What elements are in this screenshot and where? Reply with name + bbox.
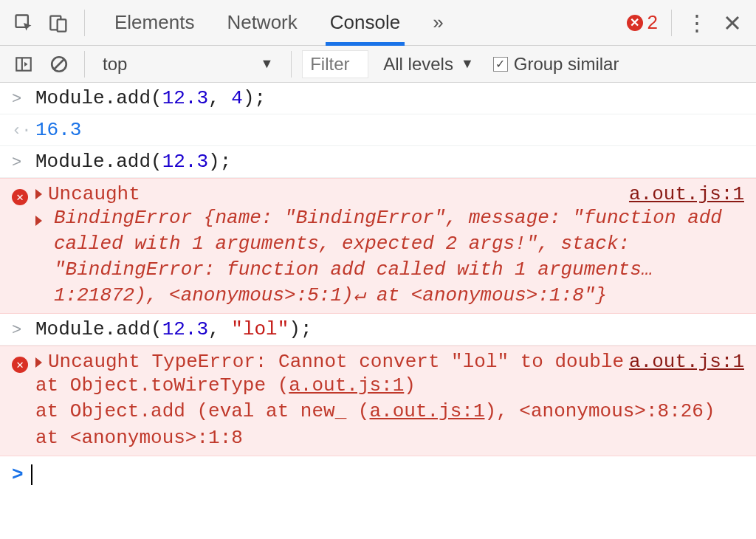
chevron-down-icon: ▼ [260, 56, 273, 72]
separator [84, 51, 85, 78]
error-gutter: ✕ [12, 351, 28, 373]
input-caret-icon: > [12, 87, 28, 109]
inspect-icon[interactable] [9, 8, 38, 38]
console-row: >Module.add(12.3, "lol"); [0, 314, 756, 346]
input-expression: Module.add(12.3, "lol"); [35, 318, 744, 340]
svg-rect-2 [58, 19, 66, 31]
error-count-badge[interactable]: ✕ 2 [627, 11, 661, 34]
devtools-toolbar: Elements Network Console » ✕ 2 ⋮ [0, 0, 756, 46]
sidebar-toggle-icon[interactable] [9, 49, 38, 79]
group-similar-toggle[interactable]: Group similar [493, 54, 619, 75]
console-input[interactable] [31, 464, 32, 485]
input-expression: Module.add(12.3, 4); [35, 87, 744, 109]
filter-input[interactable]: Filter [302, 50, 368, 78]
expand-triangle-icon[interactable] [35, 357, 42, 368]
error-object: BindingError {name: "BindingError", mess… [54, 205, 744, 309]
error-count: 2 [647, 11, 658, 34]
expand-triangle-icon[interactable] [35, 189, 42, 199]
group-similar-label: Group similar [514, 54, 619, 75]
context-selector-label: top [103, 54, 127, 75]
error-icon: ✕ [627, 15, 643, 31]
console-row: ‹·16.3 [0, 114, 756, 146]
log-levels-label: All levels [383, 54, 453, 75]
clear-console-icon[interactable] [44, 49, 74, 79]
console-row: >Module.add(12.3, 4); [0, 83, 756, 114]
input-caret-icon: > [12, 318, 28, 340]
device-toggle-icon[interactable] [44, 8, 74, 38]
result-value: 16.3 [35, 119, 81, 141]
chevron-down-icon: ▼ [461, 56, 474, 72]
error-icon: ✕ [12, 357, 28, 373]
console-row: ✕Uncaught TypeError: Cannot convert "lol… [0, 346, 756, 456]
source-link[interactable]: a.out.js:1 [369, 400, 484, 422]
tab-elements[interactable]: Elements [113, 0, 196, 45]
error-heading: Uncaught [48, 183, 140, 205]
checkbox-icon [493, 57, 508, 72]
source-link[interactable]: a.out.js:1 [629, 351, 744, 373]
context-selector[interactable]: top ▼ [95, 52, 281, 76]
source-link[interactable]: a.out.js:1 [629, 183, 744, 205]
console-toolbar: top ▼ Filter All levels ▼ Group similar [0, 46, 756, 83]
error-gutter: ✕ [12, 183, 28, 205]
source-link[interactable]: a.out.js:1 [289, 374, 404, 396]
error-stack: at Object.toWireType (a.out.js:1) at Obj… [35, 373, 744, 450]
separator [84, 10, 85, 36]
error-icon: ✕ [12, 189, 28, 205]
tab-console[interactable]: Console [329, 0, 402, 45]
prompt-caret-icon: > [12, 464, 24, 486]
console-prompt[interactable]: > [0, 456, 756, 493]
error-heading: Uncaught TypeError: Cannot convert "lol"… [48, 351, 624, 373]
expand-triangle-icon[interactable] [35, 216, 42, 226]
tabs-overflow[interactable]: » [431, 0, 444, 45]
kebab-menu-icon[interactable]: ⋮ [682, 8, 712, 38]
console-output: >Module.add(12.3, 4);‹·16.3>Module.add(1… [0, 83, 756, 456]
result-caret-icon: ‹· [12, 119, 28, 140]
separator [291, 51, 292, 78]
input-caret-icon: > [12, 151, 28, 172]
close-icon[interactable] [718, 8, 747, 38]
input-expression: Module.add(12.3); [35, 151, 744, 173]
console-row: ✕Uncaughta.out.js:1BindingError {name: "… [0, 178, 756, 314]
svg-rect-3 [16, 58, 31, 70]
console-row: >Module.add(12.3); [0, 146, 756, 178]
tab-network[interactable]: Network [225, 0, 298, 45]
separator [671, 10, 672, 36]
log-levels-selector[interactable]: All levels ▼ [383, 54, 474, 75]
devtools-tabs: Elements Network Console » [113, 0, 445, 45]
